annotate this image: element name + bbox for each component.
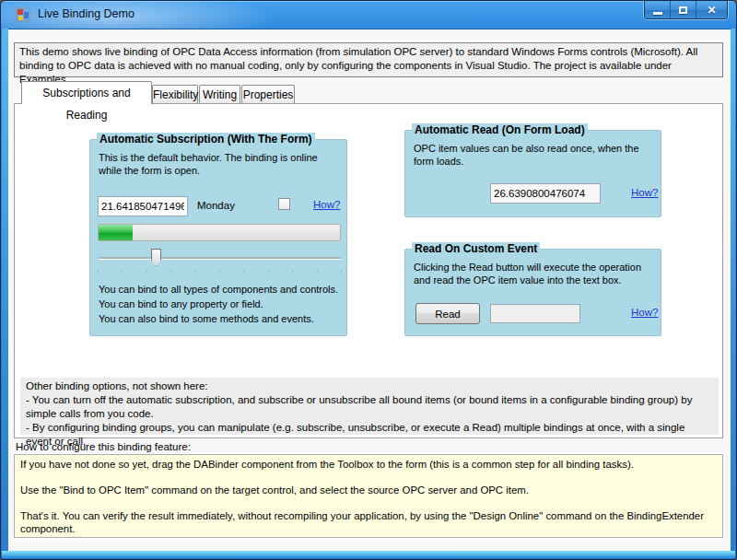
howto-paragraph: That's it. You can verify the result imm… [20,509,717,535]
group-description: OPC item values can be also read once, w… [414,142,654,168]
howto-instructions: If you have not done so yet, drag the DA… [14,454,723,538]
tab-subscriptions-and-reading[interactable]: Subscriptions and Reading [21,81,152,104]
binding-note: You can also bind to some methods and ev… [99,313,314,324]
window-border-bottom [2,551,735,558]
group-automatic-subscription: Automatic Subscription (With The Form) T… [89,139,347,336]
how-link-subscription[interactable]: How? [313,199,340,210]
tabpage-subscriptions: Automatic Subscription (With The Form) T… [14,103,723,438]
group-title: Automatic Read (On Form Load) [412,123,588,136]
other-options-line: Other binding options, not shown here: [26,379,713,393]
minimize-icon [653,12,662,15]
read-once-value-input[interactable] [490,183,601,204]
window-controls: ✕ [644,1,728,19]
how-link-auto-read[interactable]: How? [631,187,658,198]
binding-note: You can bind to any property or field. [99,298,263,309]
group-description: Clicking the Read button will execute th… [414,261,656,286]
other-options-line: - You can turn off the automatic subscri… [26,393,713,421]
window-title: Live Binding Demo [38,7,135,20]
window-border-left [2,29,8,553]
progress-fill [99,225,133,240]
group-title: Read On Custom Event [412,242,540,255]
custom-read-value-input[interactable] [490,304,580,323]
day-label: Monday [197,200,235,211]
slider-track[interactable] [98,257,341,260]
how-link-custom-read[interactable]: How? [631,307,658,318]
other-options-line: - By configuring binding groups, you can… [26,421,713,449]
app-window: Live Binding Demo ✕ This demo shows live… [0,0,737,560]
app-icon [16,7,30,22]
title-bar[interactable]: Live Binding Demo ✕ [1,1,736,29]
tab-flexibility[interactable]: Flexibility [152,85,198,104]
group-automatic-read: Automatic Read (On Form Load) OPC item v… [404,130,661,217]
slider-thumb[interactable] [151,249,161,266]
bound-checkbox[interactable] [278,198,290,210]
tab-writing[interactable]: Writing [199,85,240,104]
other-binding-options: Other binding options, not shown here: -… [20,378,719,435]
bound-value-input[interactable] [98,196,188,216]
slider-ticks [98,270,343,274]
maximize-icon [679,6,687,14]
demo-description: This demo shows live binding of OPC Data… [14,42,723,77]
group-description: This is the default behavior. The bindin… [99,151,340,177]
binding-note: You can bind to all types of components … [99,284,338,295]
read-button[interactable]: Read [415,303,480,324]
maximize-button[interactable] [671,1,696,19]
group-title: Automatic Subscription (With The Form) [97,133,315,146]
form-client-area: This demo shows live binding of OPC Data… [8,29,731,553]
close-button[interactable]: ✕ [696,1,727,19]
tab-properties[interactable]: Properties [241,85,295,104]
bound-progress-bar [98,224,341,241]
close-icon: ✕ [707,5,716,16]
howto-paragraph: Use the "Bind to OPC Item" command on th… [20,484,717,496]
group-read-custom-event: Read On Custom Event Clicking the Read b… [404,249,661,336]
minimize-button[interactable] [645,1,671,19]
howto-paragraph: If you have not done so yet, drag the DA… [20,458,717,471]
